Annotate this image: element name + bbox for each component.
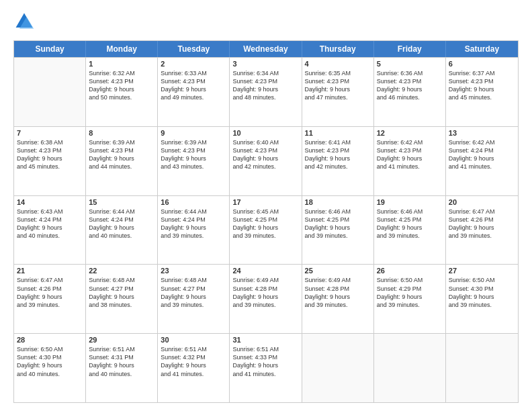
calendar-cell: 25Sunrise: 6:49 AM Sunset: 4:28 PM Dayli…	[302, 265, 374, 333]
day-number: 20	[449, 198, 515, 206]
calendar-cell: 4Sunrise: 6:35 AM Sunset: 4:23 PM Daylig…	[302, 58, 374, 126]
calendar-cell	[374, 334, 446, 402]
day-info: Sunrise: 6:45 AM Sunset: 4:25 PM Dayligh…	[232, 208, 298, 240]
calendar-row: 7Sunrise: 6:38 AM Sunset: 4:23 PM Daylig…	[14, 126, 518, 195]
day-info: Sunrise: 6:49 AM Sunset: 4:28 PM Dayligh…	[232, 276, 298, 309]
calendar-cell: 13Sunrise: 6:42 AM Sunset: 4:24 PM Dayli…	[446, 127, 518, 195]
weekday-header: Wednesday	[230, 41, 302, 57]
day-number: 14	[17, 198, 83, 206]
day-info: Sunrise: 6:43 AM Sunset: 4:24 PM Dayligh…	[17, 208, 83, 240]
day-info: Sunrise: 6:44 AM Sunset: 4:24 PM Dayligh…	[161, 208, 226, 240]
day-info: Sunrise: 6:50 AM Sunset: 4:29 PM Dayligh…	[377, 276, 443, 309]
calendar-body: 1Sunrise: 6:32 AM Sunset: 4:23 PM Daylig…	[14, 57, 518, 402]
day-number: 12	[377, 129, 443, 137]
calendar-cell	[302, 334, 374, 402]
day-number: 27	[449, 267, 515, 275]
day-number: 15	[89, 198, 154, 206]
weekday-header: Friday	[374, 41, 446, 57]
day-number: 26	[377, 267, 443, 275]
day-info: Sunrise: 6:39 AM Sunset: 4:23 PM Dayligh…	[89, 138, 154, 171]
day-info: Sunrise: 6:40 AM Sunset: 4:23 PM Dayligh…	[232, 138, 298, 171]
day-info: Sunrise: 6:47 AM Sunset: 4:26 PM Dayligh…	[17, 276, 83, 309]
day-info: Sunrise: 6:38 AM Sunset: 4:23 PM Dayligh…	[17, 138, 83, 171]
day-info: Sunrise: 6:49 AM Sunset: 4:28 PM Dayligh…	[305, 276, 371, 309]
calendar-cell: 1Sunrise: 6:32 AM Sunset: 4:23 PM Daylig…	[86, 58, 158, 126]
calendar-cell: 20Sunrise: 6:47 AM Sunset: 4:26 PM Dayli…	[446, 196, 518, 265]
weekday-header: Saturday	[446, 41, 518, 57]
calendar-cell: 3Sunrise: 6:34 AM Sunset: 4:23 PM Daylig…	[230, 58, 302, 126]
header	[13, 11, 519, 32]
day-number: 22	[89, 267, 154, 275]
logo	[13, 11, 38, 32]
calendar-row: 1Sunrise: 6:32 AM Sunset: 4:23 PM Daylig…	[14, 57, 518, 126]
calendar-cell: 10Sunrise: 6:40 AM Sunset: 4:23 PM Dayli…	[230, 127, 302, 195]
calendar-row: 21Sunrise: 6:47 AM Sunset: 4:26 PM Dayli…	[14, 264, 518, 333]
day-info: Sunrise: 6:32 AM Sunset: 4:23 PM Dayligh…	[89, 69, 154, 102]
day-info: Sunrise: 6:46 AM Sunset: 4:25 PM Dayligh…	[377, 208, 443, 240]
day-info: Sunrise: 6:34 AM Sunset: 4:23 PM Dayligh…	[232, 69, 298, 102]
day-number: 3	[232, 60, 298, 68]
day-info: Sunrise: 6:37 AM Sunset: 4:23 PM Dayligh…	[449, 69, 515, 102]
calendar-cell	[446, 334, 518, 402]
day-number: 5	[377, 60, 443, 68]
day-info: Sunrise: 6:48 AM Sunset: 4:27 PM Dayligh…	[161, 276, 226, 309]
calendar-cell: 23Sunrise: 6:48 AM Sunset: 4:27 PM Dayli…	[158, 265, 230, 333]
calendar-cell: 22Sunrise: 6:48 AM Sunset: 4:27 PM Dayli…	[86, 265, 158, 333]
logo-icon	[13, 11, 35, 32]
calendar-row: 14Sunrise: 6:43 AM Sunset: 4:24 PM Dayli…	[14, 195, 518, 265]
day-number: 8	[89, 129, 154, 137]
calendar: SundayMondayTuesdayWednesdayThursdayFrid…	[13, 40, 519, 403]
day-number: 6	[449, 60, 515, 68]
day-info: Sunrise: 6:51 AM Sunset: 4:31 PM Dayligh…	[89, 345, 154, 378]
calendar-cell: 21Sunrise: 6:47 AM Sunset: 4:26 PM Dayli…	[14, 265, 86, 333]
calendar-cell: 28Sunrise: 6:50 AM Sunset: 4:30 PM Dayli…	[14, 334, 86, 402]
day-number: 2	[161, 60, 226, 68]
day-info: Sunrise: 6:36 AM Sunset: 4:23 PM Dayligh…	[377, 69, 443, 102]
weekday-header: Tuesday	[158, 41, 230, 57]
page: SundayMondayTuesdayWednesdayThursdayFrid…	[0, 0, 532, 411]
day-info: Sunrise: 6:51 AM Sunset: 4:33 PM Dayligh…	[232, 345, 298, 378]
weekday-header: Monday	[86, 41, 158, 57]
calendar-cell: 11Sunrise: 6:41 AM Sunset: 4:23 PM Dayli…	[302, 127, 374, 195]
calendar-cell: 8Sunrise: 6:39 AM Sunset: 4:23 PM Daylig…	[86, 127, 158, 195]
day-number: 29	[89, 336, 154, 344]
calendar-cell: 19Sunrise: 6:46 AM Sunset: 4:25 PM Dayli…	[374, 196, 446, 265]
calendar-cell: 30Sunrise: 6:51 AM Sunset: 4:32 PM Dayli…	[158, 334, 230, 402]
day-info: Sunrise: 6:42 AM Sunset: 4:23 PM Dayligh…	[377, 138, 443, 171]
day-number: 28	[17, 336, 83, 344]
day-number: 24	[232, 267, 298, 275]
day-number: 11	[305, 129, 371, 137]
day-info: Sunrise: 6:47 AM Sunset: 4:26 PM Dayligh…	[449, 208, 515, 240]
day-info: Sunrise: 6:41 AM Sunset: 4:23 PM Dayligh…	[305, 138, 371, 171]
day-number: 13	[449, 129, 515, 137]
calendar-row: 28Sunrise: 6:50 AM Sunset: 4:30 PM Dayli…	[14, 333, 518, 402]
day-number: 17	[232, 198, 298, 206]
day-number: 10	[232, 129, 298, 137]
day-info: Sunrise: 6:51 AM Sunset: 4:32 PM Dayligh…	[161, 345, 226, 378]
day-number: 30	[161, 336, 226, 344]
calendar-header: SundayMondayTuesdayWednesdayThursdayFrid…	[14, 41, 518, 57]
day-info: Sunrise: 6:46 AM Sunset: 4:25 PM Dayligh…	[305, 208, 371, 240]
day-info: Sunrise: 6:33 AM Sunset: 4:23 PM Dayligh…	[161, 69, 226, 102]
day-number: 9	[161, 129, 226, 137]
calendar-cell: 17Sunrise: 6:45 AM Sunset: 4:25 PM Dayli…	[230, 196, 302, 265]
calendar-cell: 14Sunrise: 6:43 AM Sunset: 4:24 PM Dayli…	[14, 196, 86, 265]
day-number: 18	[305, 198, 371, 206]
calendar-cell: 24Sunrise: 6:49 AM Sunset: 4:28 PM Dayli…	[230, 265, 302, 333]
day-info: Sunrise: 6:44 AM Sunset: 4:24 PM Dayligh…	[89, 208, 154, 240]
day-number: 19	[377, 198, 443, 206]
calendar-cell: 18Sunrise: 6:46 AM Sunset: 4:25 PM Dayli…	[302, 196, 374, 265]
day-number: 1	[89, 60, 154, 68]
day-info: Sunrise: 6:39 AM Sunset: 4:23 PM Dayligh…	[161, 138, 226, 171]
calendar-cell: 15Sunrise: 6:44 AM Sunset: 4:24 PM Dayli…	[86, 196, 158, 265]
calendar-cell: 29Sunrise: 6:51 AM Sunset: 4:31 PM Dayli…	[86, 334, 158, 402]
day-info: Sunrise: 6:35 AM Sunset: 4:23 PM Dayligh…	[305, 69, 371, 102]
day-info: Sunrise: 6:42 AM Sunset: 4:24 PM Dayligh…	[449, 138, 515, 171]
calendar-cell: 6Sunrise: 6:37 AM Sunset: 4:23 PM Daylig…	[446, 58, 518, 126]
calendar-cell: 26Sunrise: 6:50 AM Sunset: 4:29 PM Dayli…	[374, 265, 446, 333]
calendar-cell: 31Sunrise: 6:51 AM Sunset: 4:33 PM Dayli…	[230, 334, 302, 402]
day-info: Sunrise: 6:50 AM Sunset: 4:30 PM Dayligh…	[17, 345, 83, 378]
day-number: 23	[161, 267, 226, 275]
day-info: Sunrise: 6:50 AM Sunset: 4:30 PM Dayligh…	[449, 276, 515, 309]
calendar-cell: 9Sunrise: 6:39 AM Sunset: 4:23 PM Daylig…	[158, 127, 230, 195]
